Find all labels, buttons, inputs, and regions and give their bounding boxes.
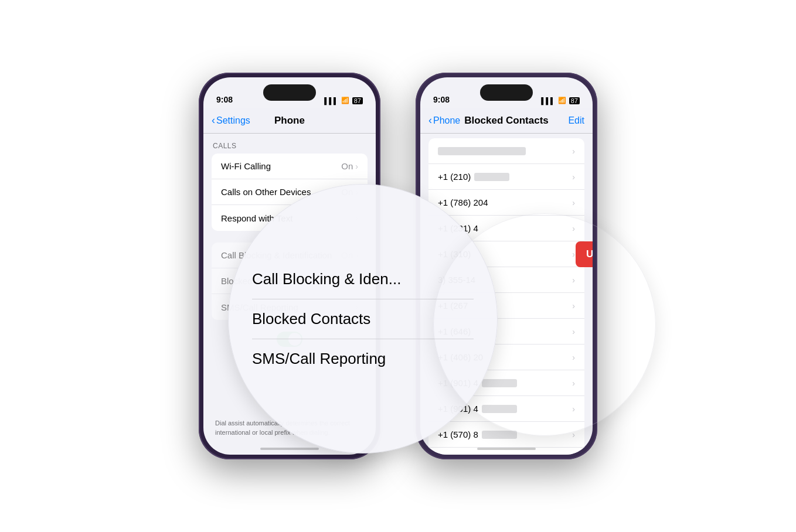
blur-0 — [438, 147, 526, 155]
contact-1: +1 (210) — [438, 172, 509, 182]
status-icons-2: ▌▌▌ 📶 87 — [541, 97, 580, 104]
chevron-2: › — [572, 198, 575, 207]
nav-title-1: Phone — [274, 115, 305, 127]
wifi-calling-chevron: › — [355, 162, 358, 171]
contact-row-1[interactable]: +1 (210) › — [428, 164, 584, 190]
dynamic-island-2 — [480, 84, 533, 101]
contact-row-0[interactable]: › — [428, 138, 584, 164]
wifi-calling-row[interactable]: Wi-Fi Calling On › — [212, 154, 368, 179]
time-1: 9:08 — [216, 95, 233, 104]
back-button-1[interactable]: ‹ Settings — [212, 114, 250, 127]
time-2: 9:08 — [433, 95, 450, 104]
signal-icon-2: ▌▌▌ — [541, 97, 555, 104]
chevron-back-icon-2: ‹ — [428, 114, 432, 127]
home-indicator-1 — [260, 448, 319, 450]
signal-icon-1: ▌▌▌ — [324, 97, 338, 104]
home-indicator-2 — [477, 448, 536, 450]
chevron-back-icon-1: ‹ — [212, 114, 215, 127]
chevron-1: › — [572, 172, 575, 182]
wifi-calling-label: Wi-Fi Calling — [221, 161, 271, 171]
wifi-icon-2: 📶 — [558, 97, 566, 104]
contact-11: +1 (570) 8 — [438, 429, 517, 439]
wifi-icon-1: 📶 — [341, 97, 349, 104]
nav-bar-2: ‹ Phone Blocked Contacts Edit — [420, 108, 593, 134]
scene: 9:08 ▌▌▌ 📶 87 ‹ Settings Phone CALLS — [0, 0, 796, 532]
phone-1: 9:08 ▌▌▌ 📶 87 ‹ Settings Phone CALLS — [199, 73, 380, 459]
contact-row-2[interactable]: +1 (786) 204 › — [428, 190, 584, 216]
wifi-calling-value: On › — [341, 161, 358, 171]
wifi-calling-status: On — [341, 161, 353, 171]
back-label-2[interactable]: Phone — [433, 115, 460, 126]
blur-11 — [482, 431, 517, 439]
status-icons-1: ▌▌▌ 📶 87 — [324, 97, 363, 104]
battery-1: 87 — [352, 97, 363, 104]
back-label-1[interactable]: Settings — [216, 115, 250, 126]
edit-button[interactable]: Edit — [568, 115, 584, 126]
blur-1 — [474, 173, 509, 181]
dynamic-island-1 — [263, 84, 316, 101]
contact-2: +1 (786) 204 — [438, 197, 488, 207]
nav-title-2: Blocked Contacts — [464, 115, 549, 127]
magnify-circle-2 — [433, 213, 656, 436]
calls-other-devices-label: Calls on Other Devices — [221, 187, 311, 197]
back-button-2[interactable]: ‹ Phone — [428, 114, 460, 127]
calls-section-label: CALLS — [203, 134, 376, 154]
chevron-0: › — [572, 146, 575, 156]
battery-2: 87 — [569, 97, 580, 104]
nav-bar-1: ‹ Settings Phone — [203, 108, 376, 134]
